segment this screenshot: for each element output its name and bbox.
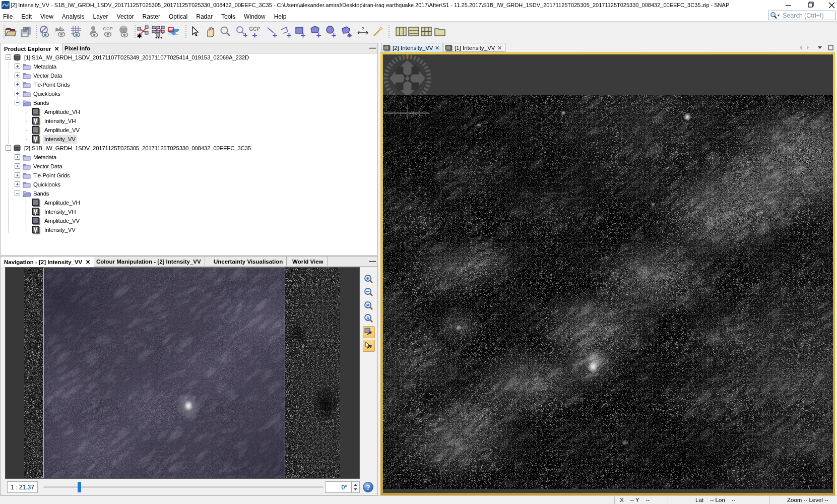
svg-text:A: A bbox=[366, 316, 369, 321]
svg-text:GCP: GCP bbox=[103, 26, 113, 31]
svg-text:✱: ✱ bbox=[137, 32, 143, 39]
svg-text:GCP: GCP bbox=[249, 26, 260, 32]
svg-text:?: ? bbox=[361, 26, 364, 31]
svg-text:P: P bbox=[366, 303, 369, 308]
